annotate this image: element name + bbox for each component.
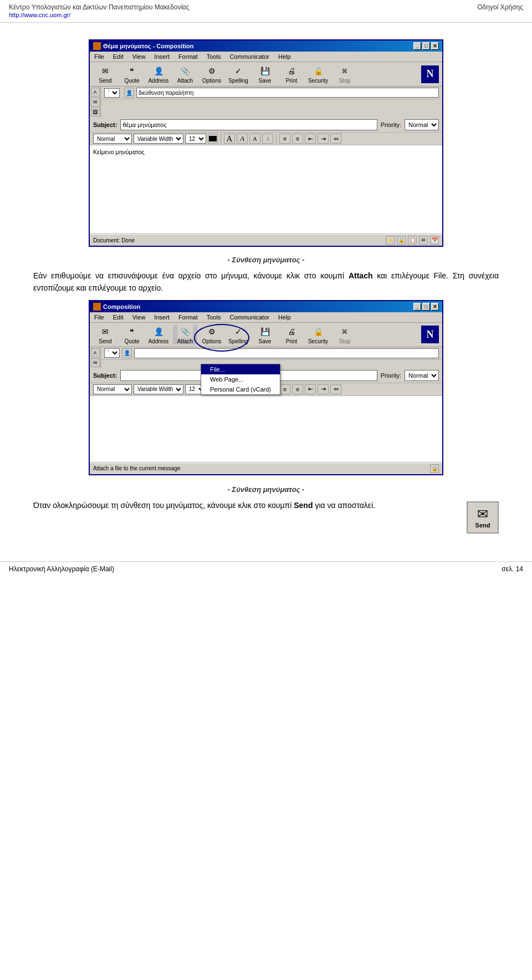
dialog1-body[interactable]: Κείμενο μηνύματος	[90, 145, 442, 234]
d2-print-button[interactable]: 🖨 Print	[279, 325, 304, 344]
d2-addr-side-icon-2[interactable]: ✉	[91, 358, 100, 367]
dialog2-body[interactable]	[90, 396, 442, 463]
font-size-medium-button[interactable]: A	[237, 134, 248, 144]
d2-menu-insert[interactable]: Insert	[152, 313, 172, 321]
d2-priority-select[interactable]: Normal	[405, 370, 439, 381]
maximize-button[interactable]: □	[422, 42, 430, 50]
align-button[interactable]: ⇔	[330, 134, 341, 144]
d2-addr-book-icon[interactable]: 👤	[122, 348, 132, 358]
d2-menu-help[interactable]: Help	[276, 313, 293, 321]
dialog2-close-button[interactable]: ✕	[431, 303, 439, 311]
d2-align-button[interactable]: ⇔	[330, 384, 341, 394]
header-left: Κέντρο Υπολογιστών και Δικτύων Πανεπιστη…	[9, 3, 190, 19]
format-style-select[interactable]: Normal	[93, 134, 132, 144]
d2-menu-communicator[interactable]: Communicator	[227, 313, 272, 321]
dropdown-item-file[interactable]: File...	[201, 364, 280, 374]
print-toolbar-button[interactable]: 🖨 Print	[279, 64, 304, 84]
menu-insert[interactable]: Insert	[152, 53, 172, 60]
security-toolbar-button[interactable]: 🔒 Security	[306, 64, 330, 84]
dialog1-address-area: A ✉ 🖼 To: 👤	[90, 87, 442, 118]
number-list-button[interactable]: ≡	[292, 134, 303, 144]
menu-edit[interactable]: Edit	[111, 53, 126, 60]
outdent-button[interactable]: ⇥	[318, 134, 329, 144]
minimize-button[interactable]: _	[413, 42, 421, 50]
d2-menu-format[interactable]: Format	[176, 313, 200, 321]
close-button[interactable]: ✕	[431, 42, 439, 50]
stop-toolbar-button[interactable]: ✖ Stop	[332, 64, 357, 84]
d2-save-button[interactable]: 💾 Save	[253, 325, 277, 344]
addr-side-icon-3[interactable]: 🖼	[91, 108, 100, 116]
body-paragraph-2-container: Όταν ολοκληρώσουμε τη σύνθεση του μηνύμα…	[33, 499, 499, 534]
d2-to-type-select[interactable]: To:	[104, 348, 120, 358]
dialog2-controls: _ □ ✕	[413, 303, 439, 311]
font-color-button[interactable]	[208, 134, 218, 144]
d2-stop-button[interactable]: ✖ Stop	[332, 325, 357, 344]
format-size-select[interactable]: 12	[185, 134, 206, 144]
d2-outdent-button[interactable]: ⇥	[318, 384, 329, 394]
d2-priority-label: Priority:	[381, 372, 401, 379]
dialog2-maximize-button[interactable]: □	[422, 303, 430, 311]
d2-format-font-select[interactable]: Variable Width	[134, 384, 183, 394]
font-size-small-button[interactable]: A	[249, 134, 260, 144]
dialog1-menubar: File Edit View Insert Format Tools Commu…	[90, 52, 442, 62]
addr-book-icon[interactable]: 👤	[124, 88, 134, 98]
dropdown-item-vcard[interactable]: Personal Card (vCard)	[201, 384, 280, 394]
bullet-list-button[interactable]: ≡	[279, 134, 290, 144]
d2-number-list-button[interactable]: ≡	[292, 384, 303, 394]
font-size-large-button[interactable]: A	[224, 134, 235, 144]
to-input[interactable]	[136, 88, 439, 98]
dialog1: Θέμα μηνύματος - Composition _ □ ✕ File …	[89, 39, 443, 247]
send-button-image[interactable]: ✉ Send	[467, 501, 499, 534]
d2-address-button[interactable]: 👤 Address	[146, 325, 171, 344]
menu-file[interactable]: File	[92, 53, 106, 60]
font-style-button[interactable]: A	[262, 134, 273, 144]
d2-security-button[interactable]: 🔒 Security	[306, 325, 330, 344]
d2-menu-file[interactable]: File	[92, 313, 106, 321]
d2-indent-button[interactable]: ⇤	[305, 384, 316, 394]
d2-menu-edit[interactable]: Edit	[111, 313, 126, 321]
d2-addr-side-icon-1[interactable]: A	[91, 348, 100, 357]
header-url[interactable]: http://www.cnc.uom.gr/	[9, 12, 70, 18]
d2-options-button[interactable]: ⚙ Options	[200, 325, 224, 344]
d2-status-text: Attach a file to the current message	[93, 465, 180, 471]
d2-menu-tools[interactable]: Tools	[204, 313, 223, 321]
dialog2-minimize-button[interactable]: _	[413, 303, 421, 311]
save-toolbar-button[interactable]: 💾 Save	[253, 64, 277, 84]
header-right: Οδηγοί Χρήσης	[477, 3, 523, 19]
d2-security-icon: 🔒	[310, 325, 326, 338]
d2-format-style-select[interactable]: Normal	[93, 384, 132, 394]
quote-toolbar-button[interactable]: ❝ Quote	[120, 64, 144, 84]
d2-bullet-list-button[interactable]: ≡	[279, 384, 290, 394]
dialog2-titlebar: Composition _ □ ✕	[90, 301, 442, 312]
menu-communicator[interactable]: Communicator	[227, 53, 272, 60]
subject-input[interactable]	[120, 119, 377, 130]
format-font-select[interactable]: Variable Width	[134, 134, 183, 144]
menu-help[interactable]: Help	[276, 53, 293, 60]
d2-quote-button[interactable]: ❝ Quote	[120, 325, 144, 344]
menu-format[interactable]: Format	[176, 53, 200, 60]
d2-to-row: To: 👤	[101, 347, 442, 360]
d2-menu-view[interactable]: View	[130, 313, 148, 321]
menu-tools[interactable]: Tools	[204, 53, 223, 60]
send-toolbar-button[interactable]: ✉ Send	[93, 64, 117, 84]
dialog2-title-text: Composition	[103, 303, 140, 310]
priority-select[interactable]: Normal	[405, 119, 439, 130]
attach-toolbar-button[interactable]: 📎 Attach	[173, 64, 197, 84]
d2-address-icon: 👤	[151, 325, 166, 338]
save-icon: 💾	[257, 64, 273, 78]
d2-attach-button[interactable]: 📎 Attach	[173, 325, 197, 344]
body-para2-bold: Send	[294, 501, 313, 510]
options-toolbar-button[interactable]: ⚙ Options	[200, 64, 224, 84]
d2-to-input[interactable]	[134, 348, 439, 358]
address-toolbar-button[interactable]: 👤 Address	[146, 64, 171, 84]
to-type-select[interactable]: To:	[104, 88, 120, 98]
d2-spelling-button[interactable]: ✓ Spelling	[226, 325, 250, 344]
body-para1-text: Εάν επιθυμούμε να επισυνάψουμε ένα αρχεί…	[33, 271, 344, 280]
dropdown-item-webpage[interactable]: Web Page...	[201, 374, 280, 384]
spelling-toolbar-button[interactable]: ✓ Spelling	[226, 64, 250, 84]
d2-send-button[interactable]: ✉ Send	[93, 325, 117, 344]
addr-side-icon-1[interactable]: A	[91, 88, 100, 97]
menu-view[interactable]: View	[130, 53, 148, 60]
indent-button[interactable]: ⇤	[305, 134, 316, 144]
addr-side-icon-2[interactable]: ✉	[91, 98, 100, 106]
